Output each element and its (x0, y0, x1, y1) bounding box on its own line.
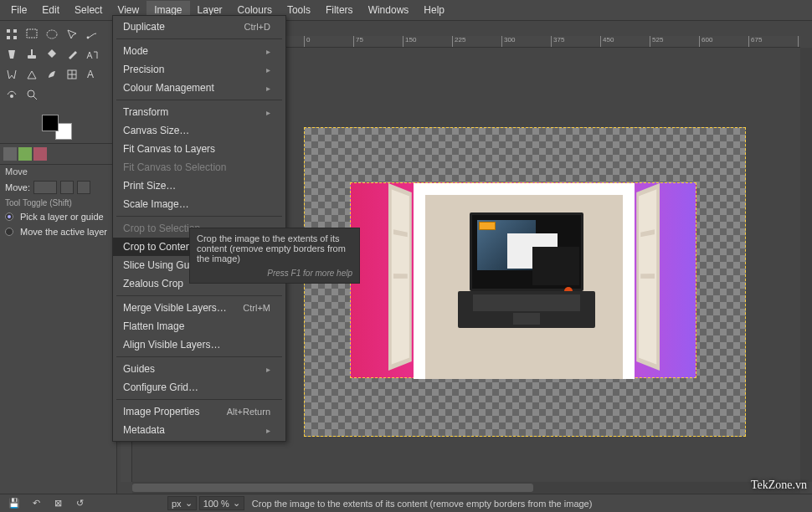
menu-item-fit-canvas-to-layers[interactable]: Fit Canvas to Layers (113, 140, 285, 158)
svg-point-7 (10, 95, 13, 98)
menu-separator (116, 356, 282, 357)
tool-rect-select-icon[interactable] (23, 25, 41, 44)
svg-rect-3 (28, 55, 36, 59)
desktop-window-3 (532, 247, 579, 285)
menu-edit[interactable]: Edit (34, 1, 67, 19)
toolbox-panel: A Move Move: Tool Toggle (Shift) Pick a … (0, 21, 117, 502)
artwork-gradient-layer (350, 182, 696, 378)
menu-item-precision[interactable]: Precision▸ (113, 60, 285, 79)
menu-separator (116, 100, 282, 100)
save-icon[interactable]: 💾 (8, 498, 20, 509)
tool-measure-icon[interactable] (23, 65, 41, 84)
laptop-illustration (458, 212, 595, 338)
ruler-tick: 600 (699, 36, 712, 48)
tool-options-title: Move (0, 165, 116, 178)
move-target-layer-icon[interactable] (33, 181, 57, 194)
tool-rotate-icon[interactable] (43, 45, 61, 64)
menu-item-print-size[interactable]: Print Size… (113, 177, 285, 195)
tool-bucket-icon[interactable] (3, 45, 21, 64)
canvas-transparent-layer (304, 127, 746, 437)
svg-text:A: A (87, 69, 94, 80)
scrollbar-thumb[interactable] (132, 484, 533, 492)
statusbar-message: Crop the image to the extents of its con… (252, 499, 593, 509)
menu-help[interactable]: Help (416, 1, 452, 19)
tool-grid: A (0, 21, 116, 108)
menu-item-fit-canvas-to-selection: Fit Canvas to Selection (113, 158, 285, 177)
tooltip-help: Press F1 for more help (197, 269, 352, 278)
tool-pencil-icon[interactable] (63, 45, 81, 64)
ruler-tick: 525 (650, 36, 663, 48)
statusbar: 💾 ↶ ⊠ ↺ px⌄ 100 %⌄ Crop the image to the… (0, 494, 812, 512)
tool-ellipse-select-icon[interactable] (43, 25, 61, 44)
ruler-tick: 75 (353, 36, 363, 48)
menu-item-image-properties[interactable]: Image PropertiesAlt+Return (113, 402, 285, 421)
undo-icon[interactable]: ↶ (30, 498, 42, 509)
menu-separator (116, 399, 282, 400)
menu-select[interactable]: Select (67, 1, 110, 19)
submenu-arrow-icon: ▸ (266, 108, 270, 117)
tab-device-icon[interactable] (18, 147, 32, 161)
zoom-selector[interactable]: 100 %⌄ (199, 496, 244, 510)
move-mode-row: Move: (0, 178, 116, 197)
laptop-keyboard (458, 291, 595, 328)
unit-selector[interactable]: px⌄ (167, 496, 197, 510)
menu-file[interactable]: File (3, 1, 34, 19)
menu-item-metadata[interactable]: Metadata▸ (113, 421, 285, 439)
dock-tabs (0, 143, 116, 165)
scrollbar-horizontal[interactable] (132, 482, 800, 494)
ruler-tick: 675 (748, 36, 762, 48)
watermark: TekZone.vn (751, 479, 807, 492)
menu-item-mode[interactable]: Mode▸ (113, 42, 285, 60)
tool-move-icon[interactable] (3, 25, 21, 44)
menu-windows[interactable]: Windows (361, 1, 417, 19)
menu-separator (116, 216, 282, 217)
tool-zoom-icon[interactable] (23, 85, 41, 104)
tool-warp-icon[interactable] (3, 65, 21, 84)
move-target-selection-icon[interactable] (60, 181, 74, 194)
tab-tool-options-icon[interactable] (3, 147, 17, 161)
scrollbar-vertical[interactable] (800, 48, 812, 482)
radio-icon (5, 212, 13, 221)
opt-move-active[interactable]: Move the active layer (0, 224, 116, 239)
hello-badge (479, 222, 496, 230)
menu-item-configure-grid[interactable]: Configure Grid… (113, 378, 285, 397)
color-swatches[interactable] (42, 115, 72, 140)
menu-item-flatten-image[interactable]: Flatten Image (113, 317, 285, 335)
svg-point-1 (47, 30, 57, 38)
submenu-arrow-icon: ▸ (266, 84, 270, 93)
statusbar-left-icons: 💾 ↶ ⊠ ↺ (0, 498, 117, 509)
radio-icon (5, 228, 13, 236)
ruler-tick: 750 (798, 36, 800, 48)
menu-separator (116, 38, 282, 39)
svg-rect-4 (31, 49, 33, 55)
tool-smudge-icon[interactable] (43, 65, 61, 84)
laptop-screen (470, 212, 583, 291)
menu-item-scale-image[interactable]: Scale Image… (113, 195, 285, 213)
menu-item-merge-visible-layers[interactable]: Merge Visible Layers…Ctrl+M (113, 299, 285, 317)
move-target-path-icon[interactable] (77, 181, 90, 194)
menu-item-duplicate[interactable]: DuplicateCtrl+D (113, 18, 285, 36)
menu-item-colour-management[interactable]: Colour Management▸ (113, 79, 285, 97)
tool-text2-icon[interactable]: A (83, 65, 101, 84)
ruler-tick: 150 (403, 36, 416, 48)
tool-dodge-icon[interactable] (3, 85, 21, 104)
menu-item-guides[interactable]: Guides▸ (113, 360, 285, 378)
close-icon[interactable]: ⊠ (52, 498, 64, 509)
fg-color-swatch[interactable] (42, 115, 59, 131)
submenu-arrow-icon: ▸ (266, 47, 270, 56)
menu-item-transform[interactable]: Transform▸ (113, 103, 285, 121)
menu-item-canvas-size[interactable]: Canvas Size… (113, 121, 285, 140)
opt-pick-layer[interactable]: Pick a layer or guide (0, 209, 116, 224)
tool-align-icon[interactable] (63, 65, 81, 84)
tab-images-icon[interactable] (33, 147, 47, 161)
menu-tooltip: Crop the image to the extents of its con… (189, 228, 360, 284)
menu-item-align-visible-layers[interactable]: Align Visible Layers… (113, 335, 285, 354)
window-pane-right (636, 183, 660, 371)
tool-text-icon[interactable] (83, 45, 101, 64)
reset-icon[interactable]: ↺ (74, 498, 85, 509)
tool-toggle-label: Tool Toggle (Shift) (0, 197, 116, 209)
tool-crop-icon[interactable] (23, 45, 41, 64)
tool-free-select-icon[interactable] (63, 25, 81, 44)
tool-fuzzy-select-icon[interactable] (83, 25, 101, 44)
menu-filters[interactable]: Filters (318, 1, 361, 19)
